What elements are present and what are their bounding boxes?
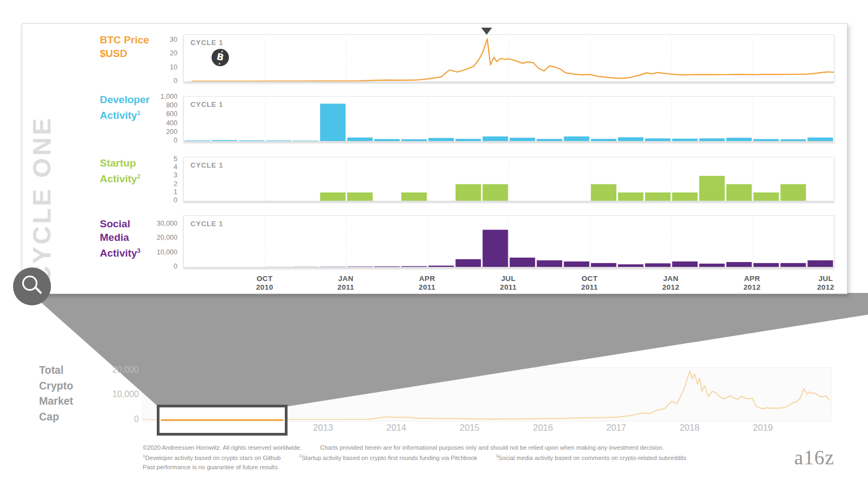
market-cap-year-2018: 2018 [680,423,700,433]
y-tick-label: 2 [134,180,177,188]
y-tick-label: 200 [134,128,177,136]
plot-social_media_activity [183,215,834,267]
y-tick-label: 0 [134,77,177,85]
cycle-tag-btc_price: CYCLE 1 [190,39,224,47]
market-cap-year-2013: 2013 [313,423,333,433]
cycle-tag-developer_activity: CYCLE 1 [190,100,224,108]
y-tick-label: 10,000 [134,248,177,256]
market-cap-year-2019: 2019 [753,423,773,433]
copyright-line: ©2020 Andreessen Horowitz. All rights re… [143,443,705,452]
x-tick-JUL-2012: JUL2012 [817,274,834,292]
zoom-highlight-rect [157,405,288,436]
highlighted-price-line [161,419,284,421]
crypto-cycles-slide: CYCLE ONE BTC Price$USDDeveloperActivity… [0,0,868,479]
x-tick-JAN-2011: JAN2011 [337,274,354,292]
market-cap-y-tick: 20,000 [79,365,139,375]
plot-startup_activity [183,157,834,201]
x-tick-JAN-2012: JAN2012 [662,274,680,292]
y-tick-label: 0 [134,196,177,204]
market-cap-year-2014: 2014 [386,423,406,433]
x-tick-JUL-2011: JUL2011 [500,274,517,292]
footnotes-line: 1Developer activity based on crypto star… [143,452,705,463]
y-tick-label: 10 [134,63,177,71]
x-tick-APR-2012: APR2012 [743,274,761,292]
y-tick-label: 800 [134,101,177,109]
y-tick-label: 600 [134,110,177,118]
x-tick-OCT-2011: OCT2011 [581,274,598,292]
market-cap-y-tick: 10,000 [79,389,139,399]
cycle-tag-startup_activity: CYCLE 1 [190,161,224,169]
cycle-one-card: CYCLE ONE BTC Price$USDDeveloperActivity… [22,23,847,294]
y-tick-label: 0 [134,263,177,270]
y-tick-label: 3 [134,171,177,179]
cycle-one-watermark: CYCLE ONE [27,29,56,284]
x-tick-APR-2011: APR2011 [419,274,436,292]
y-tick-label: 1 [134,188,177,196]
cycle-tag-social_media_activity: CYCLE 1 [190,220,224,228]
market-cap-y-tick: 0 [79,414,139,424]
a16z-logo: a16z [794,446,834,469]
past-performance-line: Past performance is no guarantee of futu… [143,463,705,472]
market-cap-year-2016: 2016 [533,423,553,433]
footer-disclaimer: ©2020 Andreessen Horowitz. All rights re… [143,443,705,471]
magnifier-icon [13,267,51,305]
market-cap-label: TotalCryptoMarketCap [39,362,73,424]
y-tick-label: 400 [134,119,177,127]
market-cap-year-2015: 2015 [459,423,480,433]
market-cap-year-2017: 2017 [607,423,627,433]
y-tick-label: 4 [134,163,177,171]
x-tick-OCT-2010: OCT2010 [256,274,273,292]
plot-developer_activity [183,96,834,142]
y-tick-label: 20 [134,49,177,57]
y-tick-label: 0 [134,137,177,144]
peak-marker-triangle-icon [481,28,492,35]
y-tick-label: 30,000 [134,220,177,227]
y-tick-label: 30 [134,36,177,43]
plot-btc_price [183,34,834,82]
y-tick-label: 20,000 [134,234,177,241]
y-tick-label: 5 [134,155,177,163]
y-tick-label: 1,000 [134,93,177,100]
